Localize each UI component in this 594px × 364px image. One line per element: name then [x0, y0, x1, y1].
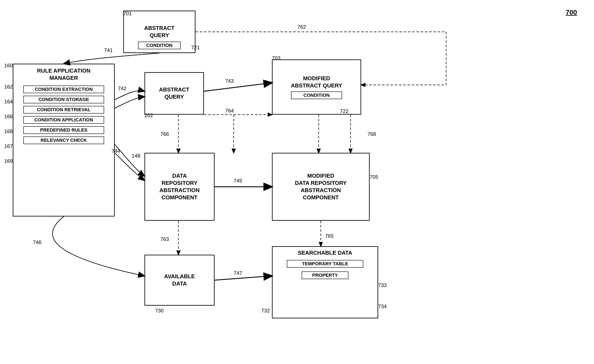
svg-text:742: 742: [118, 86, 126, 91]
svg-text:741: 741: [104, 47, 113, 53]
svg-text:744: 744: [112, 148, 120, 154]
diagram: 700 ABSTRACTQUERY CONDITION 701 721 RULE…: [0, 0, 594, 364]
svg-text:747: 747: [234, 270, 242, 276]
svg-text:768: 768: [368, 131, 376, 137]
svg-text:765: 765: [325, 233, 334, 239]
svg-text:762: 762: [297, 24, 306, 30]
svg-text:766: 766: [160, 131, 169, 137]
svg-text:764: 764: [225, 108, 234, 113]
svg-text:745: 745: [234, 178, 242, 184]
svg-text:763: 763: [160, 236, 169, 242]
svg-text:746: 746: [33, 239, 41, 245]
svg-text:743: 743: [225, 78, 234, 84]
arrows-svg: 741 742 743 744 745 746 747 762 764 766: [0, 0, 594, 364]
